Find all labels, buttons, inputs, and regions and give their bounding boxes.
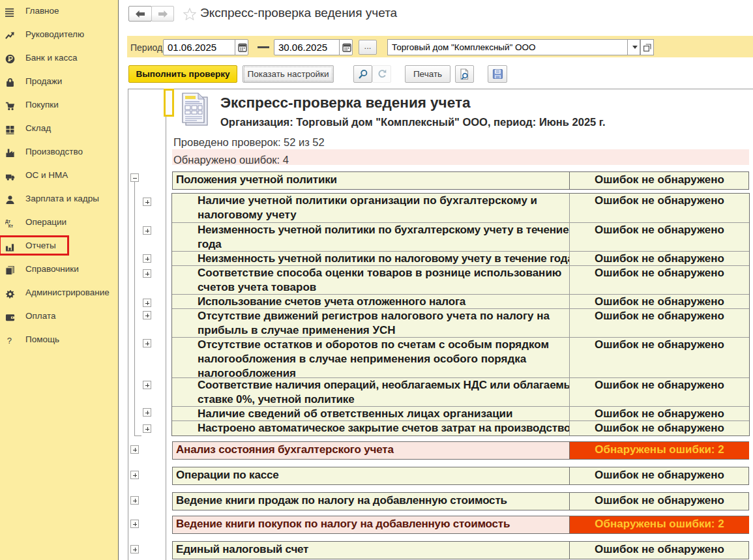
- svg-text:Кт: Кт: [8, 224, 14, 228]
- svg-text:?: ?: [7, 336, 12, 346]
